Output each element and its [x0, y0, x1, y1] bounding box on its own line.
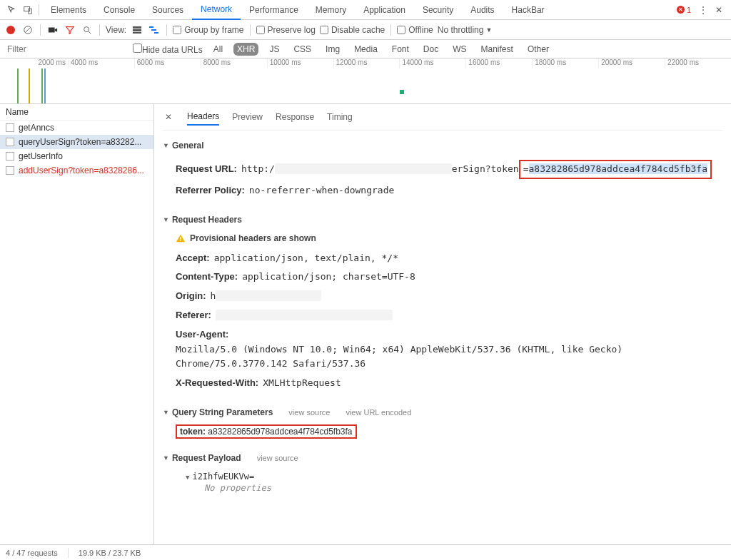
- device-mode-icon[interactable]: [20, 2, 36, 18]
- tick: 18000 ms: [532, 58, 598, 68]
- provisional-warning: Provisional headers are shown: [176, 232, 722, 249]
- tick: 6000 ms: [134, 58, 201, 68]
- triangle-down-icon: ▼: [163, 409, 169, 416]
- warning-icon: [176, 233, 186, 243]
- close-devtools-icon[interactable]: ✕: [711, 2, 727, 18]
- view-source-link[interactable]: view source: [288, 408, 330, 417]
- request-payload-toggle[interactable]: ▼Request Payload view source: [163, 450, 722, 466]
- tab-security[interactable]: Security: [414, 1, 462, 19]
- tick: 4000 ms: [68, 58, 134, 68]
- request-count: 4 / 47 requests: [6, 549, 58, 557]
- filter-js[interactable]: JS: [266, 43, 283, 56]
- view-source-link[interactable]: view source: [257, 454, 298, 462]
- tab-audits[interactable]: Audits: [462, 1, 503, 19]
- tick: 16000 ms: [465, 58, 532, 68]
- svg-line-6: [89, 31, 91, 34]
- tab-elements[interactable]: Elements: [42, 1, 95, 19]
- svg-rect-12: [154, 32, 158, 34]
- status-bar: 4 / 47 requests 19.9 KB / 23.7 KB: [0, 544, 731, 560]
- tick: 2000 ms: [0, 58, 68, 68]
- close-details-icon[interactable]: ✕: [163, 111, 174, 123]
- triangle-down-icon: ▼: [163, 216, 169, 223]
- svg-rect-8: [133, 29, 141, 31]
- tab-sources[interactable]: Sources: [143, 1, 192, 19]
- request-list: Name getAnncs queryUserSign?token=a83282…: [0, 104, 154, 544]
- tab-preview[interactable]: Preview: [232, 109, 263, 125]
- record-button[interactable]: [4, 24, 17, 36]
- request-list-header[interactable]: Name: [0, 104, 153, 121]
- general-section-toggle[interactable]: ▼General: [163, 138, 722, 153]
- tab-memory[interactable]: Memory: [307, 1, 355, 19]
- payload-body[interactable]: ▼i2IhfwEUKVw=: [176, 470, 722, 483]
- filter-media[interactable]: Media: [351, 43, 381, 56]
- camera-icon[interactable]: [46, 24, 59, 36]
- devtools-tabs: Elements Console Sources Network Perform…: [0, 0, 731, 20]
- error-count-value: 1: [687, 6, 691, 14]
- referrer-policy-row: Referrer Policy: no-referrer-when-downgr…: [176, 181, 722, 200]
- file-icon: [6, 166, 14, 175]
- filter-input[interactable]: [4, 42, 126, 56]
- separator: [39, 4, 39, 16]
- hide-data-urls-checkbox[interactable]: Hide data URLs: [133, 44, 203, 55]
- view-large-icon[interactable]: [131, 24, 143, 36]
- file-icon: [6, 152, 14, 161]
- filter-ws[interactable]: WS: [449, 43, 470, 56]
- request-item[interactable]: getUserInfo: [0, 149, 153, 163]
- search-icon[interactable]: [81, 24, 94, 36]
- filter-all[interactable]: All: [210, 43, 226, 56]
- filter-doc[interactable]: Doc: [420, 43, 442, 56]
- timeline-mark: [29, 68, 30, 104]
- error-count[interactable]: ✕ 1: [677, 6, 691, 14]
- svg-line-3: [26, 27, 31, 32]
- svg-rect-7: [133, 26, 141, 29]
- view-url-encoded-link[interactable]: view URL encoded: [346, 408, 411, 417]
- filter-font[interactable]: Font: [388, 43, 413, 56]
- request-item[interactable]: getAnncs: [0, 121, 153, 135]
- query-params-toggle[interactable]: ▼Query String Parameters view source vie…: [163, 404, 722, 420]
- tab-network[interactable]: Network: [192, 0, 241, 20]
- group-by-frame-checkbox[interactable]: Group by frame: [173, 25, 243, 35]
- svg-rect-10: [149, 26, 153, 28]
- view-waterfall-icon[interactable]: [148, 24, 161, 36]
- view-label: View:: [106, 25, 126, 35]
- obscured-text: x: [216, 290, 321, 301]
- tab-console[interactable]: Console: [95, 1, 143, 19]
- filter-manifest[interactable]: Manifest: [478, 43, 517, 56]
- error-icon: ✕: [677, 6, 685, 14]
- type-filters: All XHR JS CSS Img Media Font Doc WS Man…: [210, 43, 553, 56]
- tab-hackbar[interactable]: HackBar: [503, 1, 553, 19]
- timeline[interactable]: 2000 ms 4000 ms 6000 ms 8000 ms 10000 ms…: [0, 58, 731, 104]
- tick: 14000 ms: [399, 58, 465, 68]
- throttling-dropdown[interactable]: No throttling ▼: [438, 25, 493, 35]
- filter-other[interactable]: Other: [524, 43, 553, 56]
- svg-rect-13: [180, 237, 181, 240]
- obscured-text: x: [216, 310, 393, 320]
- filter-css[interactable]: CSS: [290, 43, 315, 56]
- request-item[interactable]: addUserSign?token=a8328286...: [0, 163, 153, 178]
- filter-img[interactable]: Img: [322, 43, 343, 56]
- tick: 12000 ms: [333, 58, 400, 68]
- tab-application[interactable]: Application: [355, 1, 414, 19]
- tab-performance[interactable]: Performance: [241, 1, 307, 19]
- tick: 20000 ms: [598, 58, 665, 68]
- highlighted-token: a83282865d978addcea4f784cd5fb3fa: [529, 163, 707, 174]
- tab-response[interactable]: Response: [276, 109, 314, 125]
- request-headers-toggle[interactable]: ▼Request Headers: [163, 212, 722, 228]
- inspect-icon[interactable]: [4, 2, 20, 18]
- request-item[interactable]: queryUserSign?token=a83282...: [0, 135, 153, 149]
- svg-rect-14: [180, 240, 181, 240]
- clear-icon[interactable]: [21, 24, 34, 36]
- triangle-down-icon: ▼: [163, 142, 169, 149]
- preserve-log-checkbox[interactable]: Preserve log: [256, 25, 316, 35]
- filter-row: Hide data URLs All XHR JS CSS Img Media …: [0, 40, 731, 58]
- more-icon[interactable]: ⋮: [695, 2, 711, 18]
- tab-timing[interactable]: Timing: [327, 109, 353, 125]
- filter-icon[interactable]: [64, 24, 76, 36]
- offline-checkbox[interactable]: Offline: [397, 25, 433, 35]
- disable-cache-checkbox[interactable]: Disable cache: [320, 25, 385, 35]
- tab-headers[interactable]: Headers: [187, 108, 219, 126]
- request-details: ✕ Headers Preview Response Timing ▼Gener…: [154, 104, 731, 544]
- details-tabs: ✕ Headers Preview Response Timing: [163, 104, 722, 131]
- filter-xhr[interactable]: XHR: [233, 43, 258, 56]
- svg-rect-9: [133, 32, 141, 34]
